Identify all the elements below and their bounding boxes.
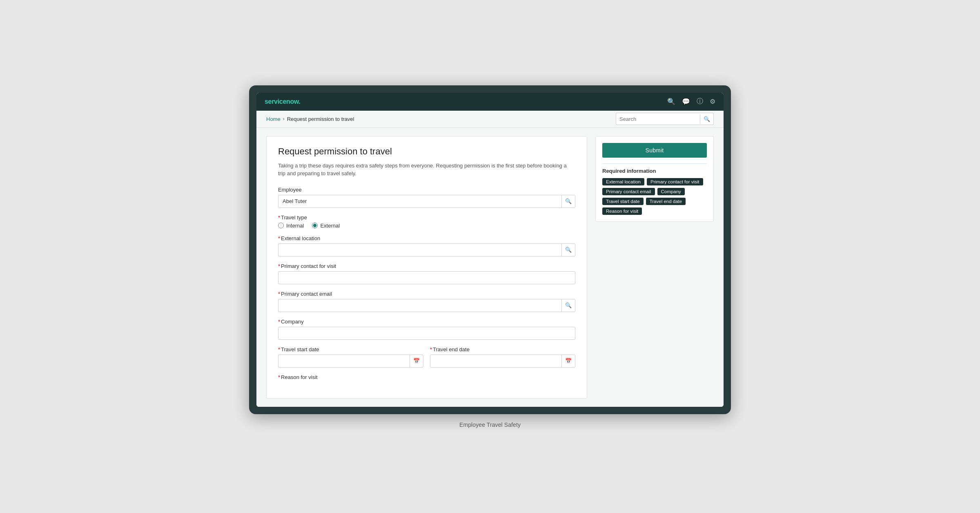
search-bar: 🔍 bbox=[616, 113, 714, 125]
external-location-input-wrapper: 🔍 bbox=[278, 243, 575, 256]
travel-start-calendar-button[interactable]: 📅 bbox=[410, 355, 423, 367]
topbar-icons: 🔍 💬 ⓘ ⚙ bbox=[667, 97, 715, 106]
travel-end-required-star: * bbox=[430, 346, 432, 352]
travel-end-calendar-button[interactable]: 📅 bbox=[561, 355, 575, 367]
company-input[interactable] bbox=[278, 327, 575, 340]
tag-reason-for-visit: Reason for visit bbox=[602, 207, 642, 215]
reason-label-text: Reason for visit bbox=[281, 374, 318, 380]
radio-external-label: External bbox=[320, 223, 340, 229]
breadcrumb-bar: Home › Request permission to travel 🔍 bbox=[256, 111, 724, 128]
primary-contact-email-label: * Primary contact email bbox=[278, 291, 575, 297]
primary-contact-input[interactable] bbox=[278, 271, 575, 284]
tag-travel-end-date: Travel end date bbox=[646, 198, 686, 205]
submit-panel: Submit Required information External loc… bbox=[595, 136, 714, 222]
app-logo: servicenow. bbox=[265, 98, 301, 105]
reason-label: * Reason for visit bbox=[278, 374, 575, 380]
external-location-input[interactable] bbox=[278, 244, 561, 255]
divider bbox=[602, 163, 707, 164]
primary-contact-email-label-text: Primary contact email bbox=[281, 291, 332, 297]
breadcrumb: Home › Request permission to travel bbox=[266, 116, 354, 122]
chat-icon[interactable]: 💬 bbox=[682, 98, 690, 105]
external-location-required-star: * bbox=[278, 235, 280, 241]
employee-input[interactable] bbox=[278, 196, 561, 207]
travel-end-input-wrapper: 📅 bbox=[430, 355, 575, 368]
submit-button[interactable]: Submit bbox=[602, 143, 707, 158]
company-label-text: Company bbox=[281, 319, 304, 325]
form-title: Request permission to travel bbox=[278, 146, 575, 157]
travel-end-section: * Travel end date 📅 bbox=[430, 346, 575, 368]
primary-contact-email-input[interactable] bbox=[278, 300, 561, 311]
primary-contact-label-text: Primary contact for visit bbox=[281, 263, 336, 269]
form-panel: Request permission to travel Taking a tr… bbox=[266, 136, 587, 399]
radio-internal[interactable]: Internal bbox=[278, 223, 304, 229]
required-info-title: Required information bbox=[602, 168, 707, 174]
company-section: * Company bbox=[278, 319, 575, 340]
external-location-search-button[interactable]: 🔍 bbox=[561, 244, 575, 256]
radio-internal-label: Internal bbox=[286, 223, 304, 229]
monitor-frame: servicenow. 🔍 💬 ⓘ ⚙ Home › Request permi… bbox=[249, 85, 731, 414]
company-required-star: * bbox=[278, 319, 280, 325]
travel-dates-section: * Travel start date 📅 * Travel end date bbox=[278, 346, 575, 368]
travel-start-label: * Travel start date bbox=[278, 346, 423, 352]
breadcrumb-current: Request permission to travel bbox=[287, 116, 354, 122]
travel-start-label-text: Travel start date bbox=[281, 346, 319, 352]
right-panel: Submit Required information External loc… bbox=[595, 136, 714, 399]
employee-label-text: Employee bbox=[278, 187, 302, 193]
employee-search-button[interactable]: 🔍 bbox=[561, 195, 575, 207]
monitor-inner: servicenow. 🔍 💬 ⓘ ⚙ Home › Request permi… bbox=[256, 93, 724, 407]
topbar: servicenow. 🔍 💬 ⓘ ⚙ bbox=[256, 93, 724, 111]
radio-internal-input[interactable] bbox=[278, 223, 284, 228]
primary-contact-email-required-star: * bbox=[278, 291, 280, 297]
travel-start-input-wrapper: 📅 bbox=[278, 355, 423, 368]
reason-required-star: * bbox=[278, 374, 280, 380]
external-location-label-text: External location bbox=[281, 235, 320, 241]
employee-label: Employee bbox=[278, 187, 575, 193]
tag-primary-contact-visit: Primary contact for visit bbox=[647, 178, 703, 185]
primary-contact-required-star: * bbox=[278, 263, 280, 269]
breadcrumb-home-link[interactable]: Home bbox=[266, 116, 281, 122]
external-location-label: * External location bbox=[278, 235, 575, 241]
primary-contact-label: * Primary contact for visit bbox=[278, 263, 575, 269]
bottom-label: Employee Travel Safety bbox=[459, 422, 521, 428]
travel-start-section: * Travel start date 📅 bbox=[278, 346, 423, 368]
tag-travel-start-date: Travel start date bbox=[602, 198, 644, 205]
radio-external[interactable]: External bbox=[312, 223, 340, 229]
search-input[interactable] bbox=[616, 114, 700, 124]
employee-section: Employee 🔍 bbox=[278, 187, 575, 208]
tags-container: External location Primary contact for vi… bbox=[602, 178, 707, 215]
reason-section: * Reason for visit bbox=[278, 374, 575, 380]
company-label: * Company bbox=[278, 319, 575, 325]
primary-contact-section: * Primary contact for visit bbox=[278, 263, 575, 284]
travel-type-required-star: * bbox=[278, 214, 280, 221]
main-content: Request permission to travel Taking a tr… bbox=[256, 128, 724, 407]
settings-icon[interactable]: ⚙ bbox=[710, 98, 715, 105]
logo-dot: . bbox=[299, 98, 301, 105]
tag-primary-contact-email: Primary contact email bbox=[602, 188, 655, 195]
travel-end-label: * Travel end date bbox=[430, 346, 575, 352]
tag-external-location: External location bbox=[602, 178, 644, 185]
travel-type-section: * Travel type Internal External bbox=[278, 214, 575, 229]
tag-company: Company bbox=[657, 188, 685, 195]
travel-type-label: * Travel type bbox=[278, 214, 575, 221]
logo-text: servicenow bbox=[265, 98, 299, 105]
radio-external-input[interactable] bbox=[312, 223, 318, 228]
primary-contact-email-input-wrapper: 🔍 bbox=[278, 299, 575, 312]
travel-type-radio-group: Internal External bbox=[278, 223, 575, 229]
search-button[interactable]: 🔍 bbox=[700, 114, 713, 124]
help-icon[interactable]: ⓘ bbox=[697, 97, 703, 106]
travel-start-required-star: * bbox=[278, 346, 280, 352]
form-description: Taking a trip these days requires extra … bbox=[278, 162, 575, 178]
employee-input-wrapper: 🔍 bbox=[278, 195, 575, 208]
travel-end-input[interactable] bbox=[430, 355, 561, 366]
travel-type-label-text: Travel type bbox=[281, 214, 307, 221]
travel-start-input[interactable] bbox=[278, 355, 410, 366]
travel-end-label-text: Travel end date bbox=[433, 346, 470, 352]
search-icon[interactable]: 🔍 bbox=[667, 98, 675, 105]
primary-contact-email-section: * Primary contact email 🔍 bbox=[278, 291, 575, 312]
primary-contact-email-search-button[interactable]: 🔍 bbox=[561, 299, 575, 312]
breadcrumb-separator: › bbox=[283, 116, 285, 122]
external-location-section: * External location 🔍 bbox=[278, 235, 575, 256]
